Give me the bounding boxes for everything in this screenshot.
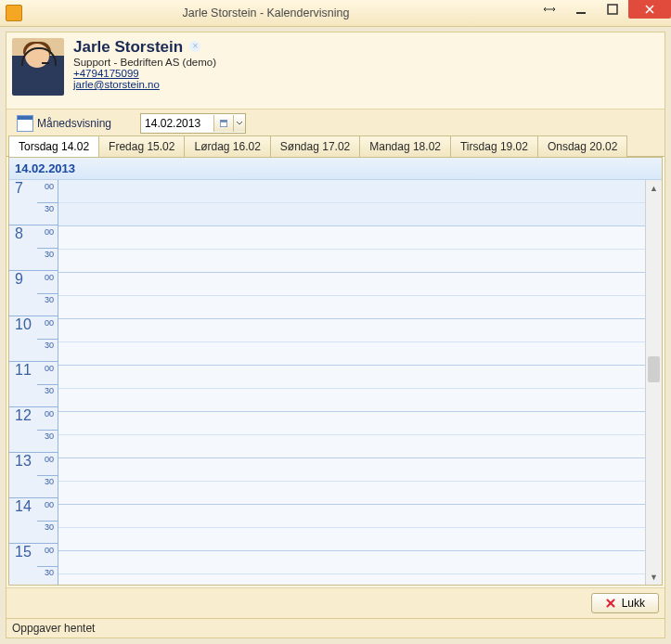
status-text: Oppgaver hentet <box>12 622 95 635</box>
day-tab[interactable]: Mandag 18.02 <box>359 135 451 157</box>
time-slot[interactable] <box>58 203 645 226</box>
time-slot[interactable] <box>58 458 645 482</box>
time-slot[interactable] <box>58 342 645 366</box>
time-slot[interactable] <box>58 574 645 585</box>
day-tab[interactable]: Søndag 17.02 <box>270 135 360 157</box>
close-button-label: Lukk <box>622 597 645 610</box>
month-view-label: Månedsvisning <box>37 117 111 130</box>
scroll-up-icon[interactable]: ▲ <box>646 180 662 196</box>
hour-label: 70030 <box>9 180 58 225</box>
close-icon <box>605 598 616 609</box>
time-slot[interactable] <box>58 505 645 528</box>
toolbar: Månedsvisning <box>6 109 665 135</box>
time-slot[interactable] <box>58 482 645 505</box>
date-picker-dropdown[interactable] <box>233 115 245 132</box>
hour-label: 140030 <box>9 498 58 544</box>
close-window-button[interactable] <box>628 0 671 19</box>
svg-rect-3 <box>220 120 226 122</box>
time-gutter: 7003080030900301000301100301200301300301… <box>9 180 58 585</box>
day-tab[interactable]: Lørdag 16.02 <box>184 135 270 157</box>
vertical-scrollbar[interactable]: ▲ ▼ <box>645 180 662 585</box>
hour-label: 130030 <box>9 453 58 498</box>
time-slot[interactable] <box>58 296 645 319</box>
contact-name: Jarle Storstein <box>73 38 183 57</box>
hour-label: 90030 <box>9 271 58 316</box>
day-tabs: Torsdag 14.02Fredag 15.02Lørdag 16.02Søn… <box>6 135 665 157</box>
day-tab[interactable]: Onsdag 20.02 <box>537 135 627 157</box>
scroll-down-icon[interactable]: ▼ <box>646 569 662 585</box>
day-header: 14.02.2013 <box>9 158 662 180</box>
hour-label: 80030 <box>9 225 58 271</box>
svg-rect-0 <box>576 12 586 14</box>
contact-role: Support - Bedriften AS (demo) <box>73 57 216 68</box>
day-tab[interactable]: Tirsdag 19.02 <box>450 135 538 157</box>
time-slot[interactable] <box>58 551 645 574</box>
hour-label: 150030 <box>9 544 58 585</box>
resize-handle-icon[interactable] <box>534 0 565 19</box>
close-button[interactable]: Lukk <box>591 593 659 613</box>
window-title: Jarle Storstein - Kalendervisning <box>28 6 504 19</box>
hour-label: 120030 <box>9 407 58 453</box>
app-icon <box>6 5 22 21</box>
day-tab[interactable]: Torsdag 14.02 <box>8 135 99 157</box>
time-slot[interactable] <box>58 412 645 435</box>
calendar-view: 14.02.2013 70030800309003010003011003012… <box>8 157 663 586</box>
contact-header: Jarle Storstein × Support - Bedriften AS… <box>6 32 665 109</box>
time-slot[interactable] <box>58 226 645 250</box>
date-input[interactable] <box>141 115 213 132</box>
scroll-thumb[interactable] <box>648 356 660 382</box>
date-picker-toggle[interactable] <box>213 115 233 132</box>
time-slot[interactable] <box>58 180 645 203</box>
date-picker[interactable] <box>140 113 246 134</box>
time-slot[interactable] <box>58 273 645 296</box>
time-slot[interactable] <box>58 528 645 551</box>
maximize-button[interactable] <box>597 0 628 19</box>
minimize-button[interactable] <box>565 0 597 19</box>
day-tab[interactable]: Fredag 15.02 <box>98 135 185 157</box>
time-slot[interactable] <box>58 366 645 389</box>
status-bar: Oppgaver hentet <box>6 618 665 638</box>
title-bar: Jarle Storstein - Kalendervisning <box>0 0 671 27</box>
clear-contact-icon[interactable]: × <box>189 41 200 52</box>
calendar-icon <box>17 115 33 132</box>
hour-label: 110030 <box>9 362 58 407</box>
time-slot[interactable] <box>58 389 645 412</box>
month-view-button[interactable]: Månedsvisning <box>10 112 118 135</box>
avatar <box>12 38 64 96</box>
hour-label: 100030 <box>9 316 58 362</box>
svg-rect-1 <box>608 5 617 14</box>
contact-phone-link[interactable]: +4794175099 <box>73 68 139 79</box>
time-slot[interactable] <box>58 435 645 458</box>
time-slots[interactable] <box>58 180 645 585</box>
footer-buttons: Lukk <box>6 587 665 618</box>
contact-email-link[interactable]: jarle@storstein.no <box>73 79 160 90</box>
time-slot[interactable] <box>58 250 645 273</box>
time-slot[interactable] <box>58 319 645 342</box>
window-controls <box>534 0 671 19</box>
